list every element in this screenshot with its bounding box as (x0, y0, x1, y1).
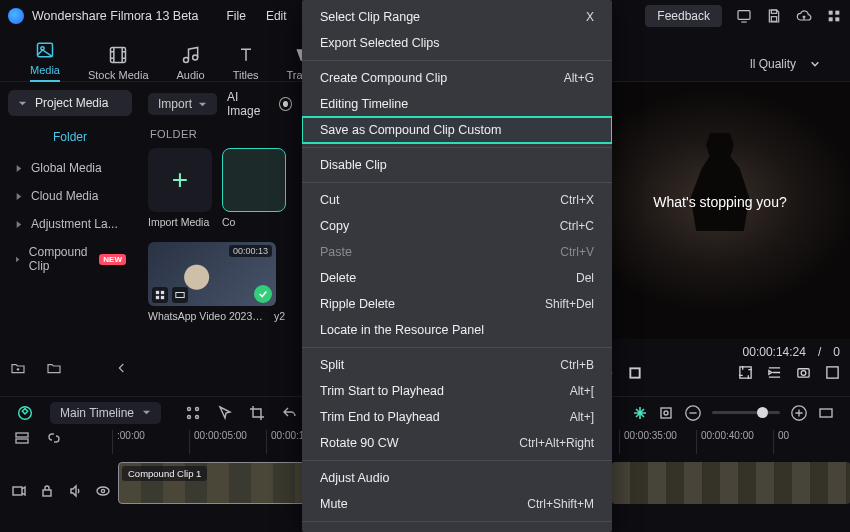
lock-icon[interactable] (40, 484, 54, 498)
tab-media[interactable]: Media (30, 40, 60, 82)
pointer-tool-icon[interactable] (217, 405, 233, 421)
undo-icon[interactable] (281, 405, 297, 421)
sidebar-item-adjustment[interactable]: Adjustment La... (8, 210, 132, 238)
ctx-separator (302, 147, 612, 148)
stop-icon[interactable] (628, 366, 642, 380)
ctx-trim-start[interactable]: Trim Start to PlayheadAlt+[ (302, 378, 612, 404)
ctx-create-compound[interactable]: Create Compound ClipAlt+G (302, 65, 612, 91)
ctx-mute[interactable]: MuteCtrl+Shift+M (302, 491, 612, 517)
menu-file[interactable]: File (227, 9, 246, 23)
fit-icon[interactable] (818, 405, 834, 421)
save-icon[interactable] (766, 8, 782, 24)
ruler-tick: :00:00 (112, 430, 189, 454)
ctx-rotate[interactable]: Rotate 90 CWCtrl+Alt+Right (302, 430, 612, 456)
grid-icon[interactable] (826, 8, 842, 24)
sidebar-item-global-media[interactable]: Global Media (8, 154, 132, 182)
grid-tool-icon[interactable] (185, 405, 201, 421)
tab-audio-label: Audio (177, 69, 205, 81)
ctx-split[interactable]: SplitCtrl+B (302, 352, 612, 378)
svg-rect-25 (661, 408, 671, 418)
preview-timecode: 00:00:14:24 / 0 (590, 339, 850, 361)
svg-rect-32 (13, 487, 22, 495)
mute-icon[interactable] (68, 484, 82, 498)
ctx-delete[interactable]: DeleteDel (302, 265, 612, 291)
timeline-clip[interactable]: Compound Clip 1 (118, 462, 308, 504)
ctx-save-compound-custom[interactable]: Save as Compound Clip Custom (302, 117, 612, 143)
clip-name: WhatsApp Video 2023-10-05... (148, 310, 266, 322)
tab-audio[interactable]: Audio (177, 45, 205, 81)
cloud-upload-icon[interactable] (796, 8, 812, 24)
landscape-badge-icon (172, 287, 188, 303)
folder-plus-icon[interactable] (10, 360, 26, 376)
tab-media-label: Media (30, 64, 60, 76)
text-icon (236, 45, 256, 65)
record-icon[interactable] (279, 97, 292, 111)
zoom-knob[interactable] (757, 407, 768, 418)
svg-rect-5 (829, 17, 833, 21)
feedback-button[interactable]: Feedback (645, 5, 722, 27)
ctx-adjust-audio[interactable]: Adjust Audio (302, 465, 612, 491)
timeline-clip-label: Compound Clip 1 (122, 466, 207, 481)
ctx-select-clip-range[interactable]: Select Clip RangeX (302, 4, 612, 30)
import-label: Import (158, 97, 192, 111)
ctx-ripple-delete[interactable]: Ripple DeleteShift+Del (302, 291, 612, 317)
ctx-ai-vocal-remover[interactable]: AI Vocal Remover (302, 526, 612, 532)
list-indent-icon[interactable] (767, 365, 782, 380)
picture-icon (35, 40, 55, 60)
ctx-locate-resource[interactable]: Locate in the Resource Panel (302, 317, 612, 343)
folder-heading: Folder (8, 130, 132, 144)
time-total: 0 (833, 345, 840, 359)
ctx-export-selected[interactable]: Export Selected Clips (302, 30, 612, 56)
compound-indicator-icon[interactable] (16, 404, 34, 422)
marker-icon[interactable] (658, 405, 674, 421)
ctx-editing-timeline[interactable]: Editing Timeline (302, 91, 612, 117)
film-icon (108, 45, 128, 65)
ctx-disable-clip[interactable]: Disable Clip (302, 152, 612, 178)
zoom-out-icon[interactable] (684, 404, 702, 422)
ai-image-button[interactable]: AI Image (227, 90, 269, 118)
tab-stock-media[interactable]: Stock Media (88, 45, 149, 81)
menu-edit[interactable]: Edit (266, 9, 287, 23)
chevron-down-icon (810, 59, 820, 69)
project-media-selector[interactable]: Project Media (8, 90, 132, 116)
ctx-copy[interactable]: CopyCtrl+C (302, 213, 612, 239)
layers-icon[interactable] (14, 430, 30, 446)
zoom-slider[interactable] (712, 411, 780, 414)
grid-badge-icon (152, 287, 168, 303)
import-button[interactable]: Import (148, 93, 217, 115)
video-track-icon[interactable] (12, 484, 26, 498)
link-icon[interactable] (46, 430, 62, 446)
tab-titles[interactable]: Titles (233, 45, 259, 81)
clip-thumbnail[interactable]: 00:00:13 (148, 242, 276, 306)
svg-point-34 (97, 487, 109, 495)
sidebar-item-cloud-media[interactable]: Cloud Media (8, 182, 132, 210)
svg-rect-3 (829, 11, 833, 15)
quality-label: ll Quality (750, 57, 796, 71)
crop-icon[interactable] (738, 365, 753, 380)
sparkle-icon[interactable] (632, 405, 648, 421)
expand-icon[interactable] (825, 365, 840, 380)
import-media-tile[interactable]: + (148, 148, 212, 212)
crop-tool-icon[interactable] (249, 405, 265, 421)
track-head-controls (12, 484, 110, 498)
sidebar-item-label: Global Media (31, 161, 102, 175)
timeline-clip-2[interactable] (612, 462, 850, 504)
clip-duration: 00:00:13 (229, 245, 272, 257)
ctx-trim-end[interactable]: Trim End to PlayheadAlt+] (302, 404, 612, 430)
snapshot-icon[interactable] (796, 365, 811, 380)
svg-rect-13 (161, 296, 164, 299)
quality-selector[interactable]: ll Quality (750, 57, 820, 81)
preview-canvas[interactable]: What's stopping you? (590, 82, 850, 339)
sidebar-item-compound-clip[interactable]: Compound Clip NEW (8, 238, 132, 280)
screen-icon[interactable] (736, 8, 752, 24)
ctx-separator (302, 60, 612, 61)
collapse-left-icon[interactable] (114, 360, 130, 376)
folder-icon[interactable] (46, 360, 62, 376)
ctx-cut[interactable]: CutCtrl+X (302, 187, 612, 213)
visibility-icon[interactable] (96, 484, 110, 498)
compound-tile[interactable] (222, 148, 286, 212)
main-timeline-selector[interactable]: Main Timeline (50, 402, 161, 424)
zoom-in-icon[interactable] (790, 404, 808, 422)
svg-rect-4 (835, 11, 839, 15)
ruler-tick: 00:00:35:00 (619, 430, 696, 454)
